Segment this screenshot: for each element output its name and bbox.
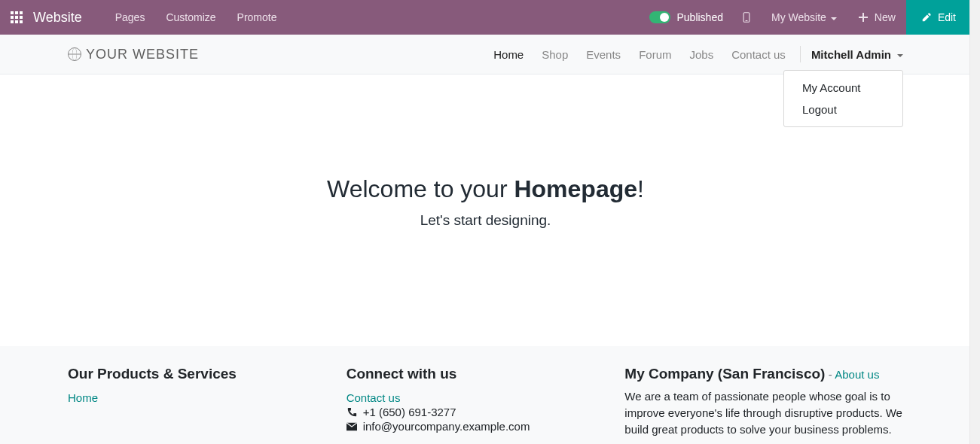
svg-rect-3 — [11, 16, 14, 19]
nav-links: Home Shop Events Forum Jobs Contact us M… — [485, 46, 903, 62]
hero-title-bold: Homepage — [514, 175, 637, 202]
caret-down-icon — [831, 17, 837, 20]
hero-subtitle: Let's start designing. — [420, 212, 551, 229]
topbar-menu-promote[interactable]: Promote — [227, 11, 288, 23]
svg-rect-4 — [15, 16, 18, 19]
published-label: Published — [676, 11, 723, 23]
footer-col-products: Our Products & Services Home — [68, 366, 347, 437]
phone-icon — [347, 407, 357, 418]
footer-phone-line: +1 (650) 691-3277 — [347, 406, 625, 418]
footer-company-name: My Company (San Francisco) — [624, 366, 825, 382]
mobile-preview-button[interactable] — [732, 0, 761, 35]
footer-link-contact[interactable]: Contact us — [347, 391, 625, 404]
footer-phone: +1 (650) 691-3277 — [363, 406, 456, 418]
website-selector-label: My Website — [771, 11, 826, 23]
user-menu-dropdown: My Account Logout — [783, 70, 903, 127]
user-menu-my-account[interactable]: My Account — [784, 77, 902, 99]
svg-rect-8 — [20, 20, 23, 23]
user-name: Mitchell Admin — [811, 48, 891, 61]
app-topbar: Website Pages Customize Promote Publishe… — [0, 0, 971, 35]
topbar-menu: Pages Customize Promote — [105, 11, 288, 23]
hero-title-suffix: ! — [637, 175, 644, 202]
toggle-switch-icon — [649, 11, 670, 23]
footer-col-connect: Connect with us Contact us +1 (650) 691-… — [347, 366, 625, 437]
svg-rect-1 — [15, 11, 18, 14]
nav-link-forum[interactable]: Forum — [630, 48, 679, 61]
new-button[interactable]: New — [847, 0, 906, 35]
svg-rect-5 — [20, 16, 23, 19]
site-footer: Our Products & Services Home Connect wit… — [0, 346, 971, 444]
footer-company-description: We are a team of passionate people whose… — [624, 388, 903, 437]
footer-email-line: info@yourcompany.example.com — [347, 420, 625, 433]
user-menu-logout[interactable]: Logout — [784, 99, 902, 120]
published-toggle[interactable]: Published — [640, 11, 732, 23]
user-menu-trigger[interactable]: Mitchell Admin — [807, 48, 903, 61]
scrollbar-thumb[interactable] — [969, 0, 978, 444]
nav-link-home[interactable]: Home — [485, 48, 532, 61]
site-navbar: YOUR WEBSITE Home Shop Events Forum Jobs… — [0, 35, 971, 75]
footer-about-separator: - — [829, 368, 835, 381]
edit-button[interactable]: Edit — [906, 0, 971, 35]
hero-title: Welcome to your Homepage! — [327, 175, 644, 203]
footer-col-company: My Company (San Francisco) - About us We… — [624, 366, 903, 437]
site-logo-text: YOUR WEBSITE — [86, 47, 199, 62]
nav-separator — [800, 46, 801, 62]
footer-heading-connect: Connect with us — [347, 366, 625, 382]
apps-icon[interactable] — [0, 11, 33, 23]
topbar-menu-customize[interactable]: Customize — [155, 11, 226, 23]
edit-button-label: Edit — [938, 11, 956, 23]
footer-email: info@yourcompany.example.com — [363, 420, 530, 433]
svg-rect-7 — [15, 20, 18, 23]
nav-link-shop[interactable]: Shop — [533, 48, 576, 61]
topbar-menu-pages[interactable]: Pages — [105, 11, 156, 23]
svg-rect-6 — [11, 20, 14, 23]
nav-link-jobs[interactable]: Jobs — [681, 48, 722, 61]
website-selector-dropdown[interactable]: My Website — [761, 0, 847, 35]
footer-about-link[interactable]: About us — [835, 368, 879, 381]
footer-heading-products: Our Products & Services — [68, 366, 347, 382]
globe-icon — [68, 47, 81, 61]
envelope-icon — [347, 421, 357, 432]
svg-rect-2 — [20, 11, 23, 14]
app-brand[interactable]: Website — [33, 10, 82, 26]
caret-down-icon — [897, 54, 903, 57]
nav-link-events[interactable]: Events — [578, 48, 629, 61]
footer-link-home[interactable]: Home — [68, 391, 347, 404]
vertical-scrollbar[interactable] — [969, 0, 980, 444]
svg-rect-0 — [11, 11, 14, 14]
new-button-label: New — [875, 11, 896, 23]
nav-link-contact[interactable]: Contact us — [723, 48, 794, 61]
hero-title-prefix: Welcome to your — [327, 175, 514, 202]
svg-rect-12 — [859, 17, 868, 18]
site-logo[interactable]: YOUR WEBSITE — [68, 47, 199, 62]
